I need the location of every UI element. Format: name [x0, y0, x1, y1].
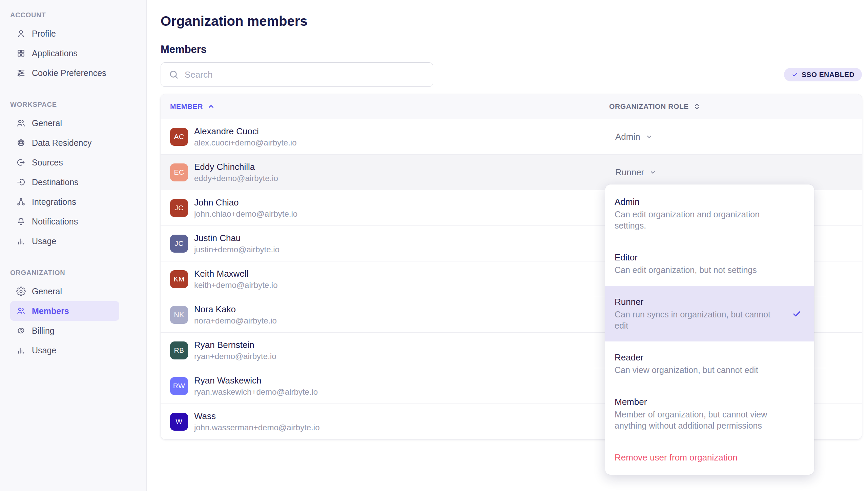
role-dropdown-trigger[interactable]: Runner: [615, 167, 657, 178]
sso-badge-label: SSO ENABLED: [802, 71, 854, 79]
avatar: NK: [170, 306, 188, 324]
sidebar-item-profile[interactable]: Profile: [10, 24, 119, 43]
settings-sidebar: ACCOUNT Profile Applications Cookie Pref…: [0, 0, 147, 491]
member-email: ryan.waskewich+demo@airbyte.io: [194, 387, 318, 397]
app-window: ACCOUNT Profile Applications Cookie Pref…: [0, 0, 868, 491]
member-cell: EC Eddy Chinchilla eddy+demo@airbyte.io: [161, 161, 609, 183]
role-option-member[interactable]: Member Member of organization, but canno…: [605, 386, 814, 441]
member-email: alex.cuoci+demo@airbyte.io: [194, 138, 297, 148]
sidebar-item-label: Destinations: [32, 177, 79, 187]
globe-icon: [16, 138, 26, 148]
role-option-admin[interactable]: Admin Can edit organization and organiza…: [605, 186, 814, 241]
sidebar-item-label: Notifications: [32, 217, 78, 226]
bar-chart-icon: [16, 346, 26, 355]
search-input[interactable]: [185, 70, 426, 80]
check-icon: [791, 71, 798, 78]
sidebar-item-members[interactable]: Members: [10, 301, 119, 321]
billing-icon: [16, 326, 26, 335]
member-name: Ryan Waskewich: [194, 375, 318, 386]
role-option-description: Can view organization, but cannot edit: [615, 365, 784, 376]
search-box: [161, 62, 433, 87]
sso-enabled-badge: SSO ENABLED: [784, 68, 862, 81]
avatar: AC: [170, 128, 188, 146]
member-email: justin+demo@airbyte.io: [194, 244, 280, 255]
member-cell: KM Keith Maxwell keith+demo@airbyte.io: [161, 268, 609, 290]
sidebar-item-workspace-usage[interactable]: Usage: [10, 231, 119, 251]
avatar: KM: [170, 270, 188, 288]
member-name: Keith Maxwell: [194, 268, 278, 279]
role-option-description: Can edit organization, but not settings: [615, 264, 784, 276]
sidebar-item-applications[interactable]: Applications: [10, 43, 119, 63]
role-option-label: Admin: [615, 196, 805, 208]
chevron-up-icon: [207, 102, 215, 111]
avatar: RB: [170, 341, 188, 359]
role-option-label: Member: [615, 396, 805, 408]
member-name: John Chiao: [194, 197, 297, 208]
avatar: EC: [170, 163, 188, 181]
members-toolbar: SSO ENABLED: [161, 62, 862, 87]
role-option-reader[interactable]: Reader Can view organization, but cannot…: [605, 341, 814, 386]
sidebar-item-label: Applications: [32, 48, 78, 58]
role-value: Admin: [615, 132, 640, 142]
role-option-label: Reader: [615, 352, 805, 363]
sidebar-item-label: Members: [32, 306, 69, 316]
column-header-organization-role[interactable]: ORGANIZATION ROLE: [609, 102, 862, 111]
role-dropdown-trigger[interactable]: Admin: [615, 132, 653, 142]
sidebar-item-billing[interactable]: Billing: [10, 321, 119, 340]
sidebar-item-label: Sources: [32, 158, 63, 167]
table-header-row: MEMBER ORGANIZATION ROLE: [161, 94, 862, 119]
role-option-runner[interactable]: Runner Can run syncs in organization, bu…: [605, 286, 814, 341]
sidebar-item-destinations[interactable]: Destinations: [10, 172, 119, 192]
sidebar-item-organization-general[interactable]: General: [10, 281, 119, 301]
avatar: JC: [170, 199, 188, 217]
member-cell: NK Nora Kako nora+demo@airbyte.io: [161, 304, 609, 326]
member-name: Wass: [194, 411, 320, 421]
sidebar-item-label: Usage: [32, 236, 56, 246]
sidebar-item-notifications[interactable]: Notifications: [10, 212, 119, 231]
members-table-wrap: MEMBER ORGANIZATION ROLE AC Alexandre Cu…: [161, 94, 862, 439]
table-row: AC Alexandre Cuoci alex.cuoci+demo@airby…: [161, 119, 862, 154]
role-option-description: Can run syncs in organization, but canno…: [615, 309, 784, 331]
member-name: Ryan Bernstein: [194, 339, 276, 350]
role-value: Runner: [615, 167, 644, 178]
main-content: Organization members Members SSO ENABLED…: [147, 0, 868, 491]
role-cell: Runner: [609, 167, 862, 178]
role-option-label: Editor: [615, 252, 805, 263]
section-label-account: ACCOUNT: [0, 11, 146, 19]
column-header-member[interactable]: MEMBER: [161, 102, 609, 111]
sidebar-item-label: Cookie Preferences: [32, 68, 106, 78]
member-email: eddy+demo@airbyte.io: [194, 173, 278, 183]
role-option-editor[interactable]: Editor Can edit organization, but not se…: [605, 241, 814, 286]
sidebar-item-workspace-general[interactable]: General: [10, 113, 119, 133]
member-cell: JC Justin Chau justin+demo@airbyte.io: [161, 233, 609, 255]
sidebar-item-label: Data Residency: [32, 138, 91, 148]
role-dropdown-menu: Admin Can edit organization and organiza…: [605, 184, 814, 475]
sidebar-item-integrations[interactable]: Integrations: [10, 192, 119, 212]
remove-user-action[interactable]: Remove user from organization: [605, 441, 814, 473]
sidebar-item-label: General: [32, 287, 62, 296]
member-name: Justin Chau: [194, 233, 280, 243]
bell-icon: [16, 217, 26, 226]
destination-icon: [16, 177, 26, 187]
check-icon: [792, 309, 802, 319]
gear-icon: [16, 287, 26, 296]
sidebar-section-organization: ORGANIZATION General Members Billing Usa…: [0, 269, 146, 360]
column-header-label: MEMBER: [170, 102, 203, 111]
member-cell: AC Alexandre Cuoci alex.cuoci+demo@airby…: [161, 126, 609, 148]
sidebar-item-data-residency[interactable]: Data Residency: [10, 133, 119, 153]
member-name: Alexandre Cuoci: [194, 126, 297, 137]
user-icon: [16, 29, 26, 38]
sidebar-item-label: Usage: [32, 346, 56, 355]
member-email: john.chiao+demo@airbyte.io: [194, 209, 297, 219]
sidebar-item-cookie-preferences[interactable]: Cookie Preferences: [10, 63, 119, 83]
sidebar-item-sources[interactable]: Sources: [10, 153, 119, 172]
column-header-label: ORGANIZATION ROLE: [609, 102, 689, 111]
member-cell: JC John Chiao john.chiao+demo@airbyte.io: [161, 197, 609, 219]
sort-icon: [693, 102, 701, 111]
member-cell: RB Ryan Bernstein ryan+demo@airbyte.io: [161, 339, 609, 361]
sidebar-item-label: Profile: [32, 29, 56, 38]
sidebar-item-organization-usage[interactable]: Usage: [10, 340, 119, 360]
avatar: JC: [170, 235, 188, 253]
sidebar-item-label: Integrations: [32, 197, 76, 207]
member-name: Nora Kako: [194, 304, 277, 315]
